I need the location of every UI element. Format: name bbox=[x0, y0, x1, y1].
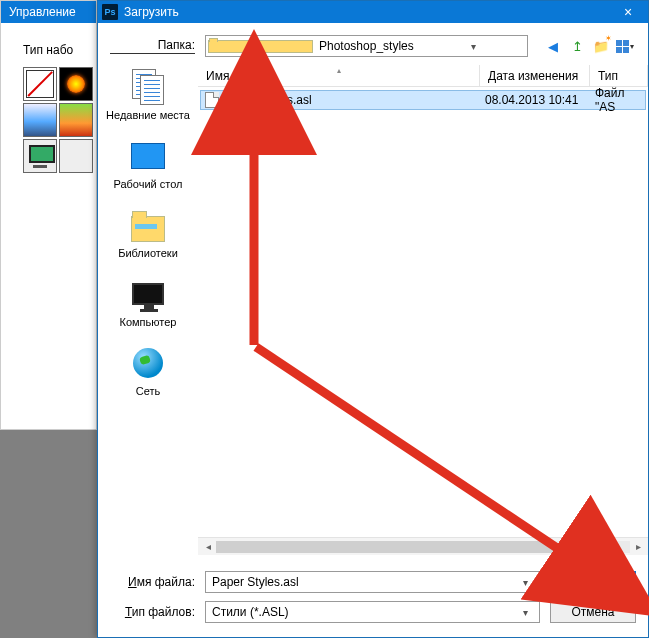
cancel-button[interactable]: Отмена bbox=[550, 601, 636, 623]
place-desktop-label: Рабочий стол bbox=[103, 178, 193, 191]
file-list: Имя▴ Дата изменения Тип Paper Styles.asl… bbox=[198, 65, 648, 555]
style-swatches bbox=[23, 67, 88, 173]
file-date: 08.04.2013 10:41 bbox=[477, 93, 587, 107]
swatch-blue-gradient[interactable] bbox=[23, 103, 57, 137]
place-network-label: Сеть bbox=[103, 385, 193, 398]
file-row[interactable]: Paper Styles.asl 08.04.2013 10:41 Файл "… bbox=[200, 90, 646, 110]
load-dialog: Ps Загрузить × Папка: Photoshop_styles ▾… bbox=[97, 0, 649, 638]
column-name[interactable]: Имя▴ bbox=[198, 65, 480, 86]
back-icon[interactable]: ◀ bbox=[544, 37, 562, 55]
place-computer[interactable]: Компьютер bbox=[103, 274, 193, 329]
libraries-icon bbox=[126, 205, 170, 245]
recent-places-icon bbox=[126, 67, 170, 107]
folder-label: Папка: bbox=[110, 38, 195, 54]
swatch-blank[interactable] bbox=[59, 139, 93, 173]
place-libraries[interactable]: Библиотеки bbox=[103, 205, 193, 260]
place-desktop[interactable]: Рабочий стол bbox=[103, 136, 193, 191]
filetype-select[interactable]: Стили (*.ASL)▾ bbox=[205, 601, 540, 623]
swatch-sunset-gradient[interactable] bbox=[59, 103, 93, 137]
filename-input[interactable]: Paper Styles.asl▾ bbox=[205, 571, 540, 593]
computer-icon bbox=[126, 274, 170, 314]
filename-label: Имя файла: bbox=[110, 575, 195, 589]
folder-combo[interactable]: Photoshop_styles ▾ bbox=[205, 35, 528, 57]
network-icon bbox=[126, 343, 170, 383]
sort-asc-icon: ▴ bbox=[337, 66, 341, 75]
chevron-down-icon: ▾ bbox=[517, 607, 533, 618]
horizontal-scrollbar[interactable]: ◂ ▸ bbox=[198, 537, 648, 555]
dialog-bottom: Имя файла: Paper Styles.asl▾ Загрузить Т… bbox=[98, 555, 648, 637]
swatch-tv[interactable] bbox=[23, 139, 57, 173]
folder-value: Photoshop_styles bbox=[319, 39, 422, 53]
scroll-thumb[interactable] bbox=[216, 541, 555, 553]
place-libraries-label: Библиотеки bbox=[103, 247, 193, 260]
column-date[interactable]: Дата изменения bbox=[480, 65, 590, 86]
places-bar: Недавние места Рабочий стол Библиотеки К… bbox=[98, 65, 198, 555]
place-recent-label: Недавние места bbox=[103, 109, 193, 122]
column-headers: Имя▴ Дата изменения Тип bbox=[198, 65, 648, 87]
place-computer-label: Компьютер bbox=[103, 316, 193, 329]
dialog-title: Загрузить bbox=[124, 5, 608, 19]
scroll-right-icon[interactable]: ▸ bbox=[630, 541, 646, 552]
place-recent[interactable]: Недавние места bbox=[103, 67, 193, 122]
styles-panel-title: Управление на bbox=[1, 1, 96, 23]
up-one-level-icon[interactable]: ↥ bbox=[568, 37, 586, 55]
swatch-sunspot[interactable] bbox=[59, 67, 93, 101]
load-button[interactable]: Загрузить bbox=[550, 571, 636, 593]
dialog-titlebar: Ps Загрузить × bbox=[98, 1, 648, 23]
styles-panel: Управление на Тип набо bbox=[0, 0, 97, 430]
folder-row: Папка: Photoshop_styles ▾ ◀ ↥ 📁 ▾ bbox=[98, 23, 648, 65]
view-menu-icon[interactable]: ▾ bbox=[616, 37, 634, 55]
chevron-down-icon: ▾ bbox=[517, 577, 533, 588]
place-network[interactable]: Сеть bbox=[103, 343, 193, 398]
preset-type-label: Тип набо bbox=[23, 43, 88, 57]
column-type[interactable]: Тип bbox=[590, 65, 648, 86]
scroll-left-icon[interactable]: ◂ bbox=[200, 541, 216, 552]
file-icon bbox=[205, 92, 219, 108]
scroll-track[interactable] bbox=[216, 541, 630, 553]
swatch-none[interactable] bbox=[23, 67, 57, 101]
photoshop-icon: Ps bbox=[102, 4, 118, 20]
desktop-icon bbox=[126, 136, 170, 176]
folder-toolbar: ◀ ↥ 📁 ▾ bbox=[544, 37, 634, 55]
new-folder-icon[interactable]: 📁 bbox=[592, 37, 610, 55]
close-button[interactable]: × bbox=[608, 1, 648, 23]
filetype-label: Тип файлов: bbox=[110, 605, 195, 619]
file-name: Paper Styles.asl bbox=[223, 93, 477, 107]
chevron-down-icon: ▾ bbox=[422, 41, 525, 52]
folder-icon bbox=[208, 40, 313, 53]
